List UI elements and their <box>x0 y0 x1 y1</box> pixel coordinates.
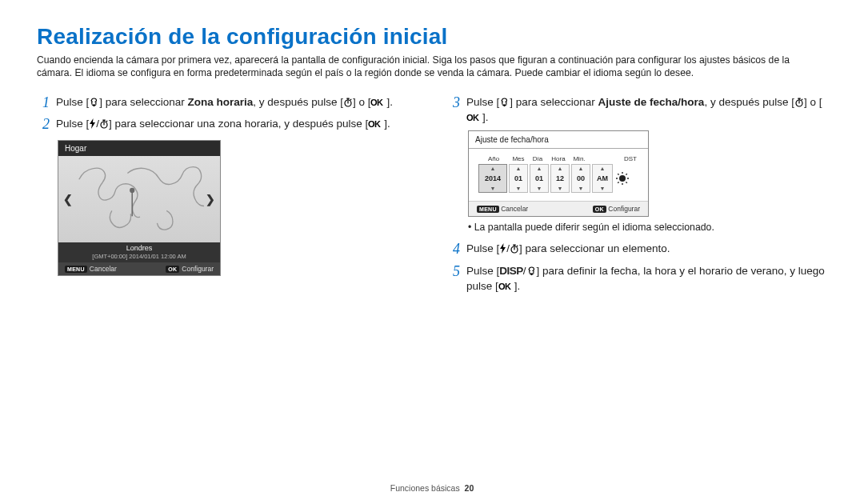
chevron-up-icon: ▲ <box>537 165 542 172</box>
spinner-day[interactable]: ▲01▼ <box>530 164 549 193</box>
spinner-min[interactable]: ▲00▼ <box>571 164 590 193</box>
step-1: 1 Pulse [] para seleccionar Zona horaria… <box>37 94 417 112</box>
arrow-left-icon[interactable]: ❮ <box>63 193 73 206</box>
world-map-icon <box>73 156 206 240</box>
spinner-month[interactable]: ▲01▼ <box>509 164 528 193</box>
svg-point-4 <box>130 188 134 193</box>
step-body: Pulse [DISP/] para definir la fecha, la … <box>466 263 827 294</box>
dst-icon[interactable] <box>614 170 630 186</box>
step-number: 2 <box>37 116 50 134</box>
intro-text: Cuando encienda la cámara por primera ve… <box>37 54 825 80</box>
step-2: 2 Pulse [/] para seleccionar una zona ho… <box>37 116 417 134</box>
dt-footer: MENU Cancelar OK Configurar <box>469 201 648 216</box>
chevron-up-icon: ▲ <box>490 165 496 172</box>
step-5: 5 Pulse [DISP/] para definir la fecha, l… <box>447 263 827 294</box>
svg-text:OK: OK <box>368 120 381 129</box>
tz-map: ❮ ❯ <box>58 156 220 242</box>
page-footer: Funciones básicas 20 <box>0 483 864 493</box>
step-body: Pulse [/] para seleccionar un elemento. <box>466 241 827 258</box>
chevron-down-icon: ▼ <box>537 185 542 192</box>
columns: 1 Pulse [] para seleccionar Zona horaria… <box>37 94 827 299</box>
column-left: 1 Pulse [] para seleccionar Zona horaria… <box>37 94 417 299</box>
timezone-screen: Hogar ❮ ❯ Londres [GMT+00:00] 2014/01/01… <box>58 140 221 276</box>
ok-icon: OK <box>370 98 386 110</box>
spinner-hour[interactable]: ▲12▼ <box>550 164 570 193</box>
step-4: 4 Pulse [/] para seleccionar un elemento… <box>447 241 827 258</box>
tz-header: Hogar <box>58 141 220 156</box>
chevron-down-icon: ▼ <box>516 185 522 192</box>
tz-city: Londres <box>58 242 220 253</box>
flash-icon <box>89 118 96 131</box>
timer-icon <box>99 119 109 131</box>
svg-text:OK: OK <box>370 98 383 107</box>
manual-page: Realización de la configuración inicial … <box>0 0 864 504</box>
chevron-down-icon: ▼ <box>600 185 606 192</box>
svg-point-7 <box>619 175 626 182</box>
dt-cancel[interactable]: MENU Cancelar <box>477 205 528 213</box>
macro-down-icon <box>499 98 510 110</box>
ok-icon: OK <box>498 282 514 294</box>
flash-icon <box>499 243 506 256</box>
dt-col-labels: Año Mes Día Hora Min. DST <box>469 149 648 162</box>
dt-header: Ajuste de fecha/hora <box>469 131 648 149</box>
chevron-up-icon: ▲ <box>578 165 584 172</box>
timer-icon <box>510 244 519 256</box>
step-body: Pulse [] para seleccionar Zona horaria, … <box>56 94 417 112</box>
svg-text:OK: OK <box>466 114 479 122</box>
chevron-down-icon: ▼ <box>490 185 496 192</box>
step-number: 3 <box>447 94 460 126</box>
chevron-up-icon: ▲ <box>600 165 606 172</box>
tz-gmt: [GMT+00:00] 2014/01/01 12:00 AM <box>58 253 220 262</box>
step-3: 3 Pulse [] para seleccionar Ajuste de fe… <box>447 94 827 126</box>
macro-down-icon <box>89 98 99 110</box>
step-number: 5 <box>447 263 460 294</box>
tz-cancel[interactable]: MENUCancelar <box>65 265 117 273</box>
chevron-up-icon: ▲ <box>558 165 563 172</box>
chevron-down-icon: ▼ <box>578 185 584 192</box>
spinner-year[interactable]: ▲2014▼ <box>478 164 507 193</box>
dt-confirm[interactable]: OK Configurar <box>593 205 640 213</box>
timer-icon <box>343 98 353 110</box>
tz-confirm[interactable]: OKConfigurar <box>166 265 214 273</box>
step-number: 1 <box>37 94 50 112</box>
step-number: 4 <box>447 241 460 258</box>
svg-text:OK: OK <box>498 282 511 291</box>
chevron-up-icon: ▲ <box>516 165 522 172</box>
macro-down-icon <box>526 266 537 278</box>
spinner-ampm[interactable]: ▲AM▼ <box>592 164 613 193</box>
chevron-down-icon: ▼ <box>558 185 563 192</box>
timer-icon <box>794 98 804 110</box>
column-right: 3 Pulse [] para seleccionar Ajuste de fe… <box>447 94 827 299</box>
ok-icon: OK <box>466 114 482 125</box>
datetime-screen: Ajuste de fecha/hora Año Mes Día Hora Mi… <box>468 130 649 217</box>
disp-icon: DISP <box>499 265 523 277</box>
step-body: Pulse [] para seleccionar Ajuste de fech… <box>466 94 827 126</box>
arrow-right-icon[interactable]: ❯ <box>206 193 215 206</box>
page-title: Realización de la configuración inicial <box>37 24 827 50</box>
note-bullet: La pantalla puede diferir según el idiom… <box>468 222 827 233</box>
dt-spinners: ▲2014▼ ▲01▼ ▲01▼ ▲12▼ ▲00▼ ▲AM▼ <box>469 162 648 201</box>
ok-icon: OK <box>368 120 384 131</box>
tz-footer: MENUCancelar OKConfigurar <box>58 262 220 275</box>
step-body: Pulse [/] para seleccionar una zona hora… <box>56 116 417 134</box>
